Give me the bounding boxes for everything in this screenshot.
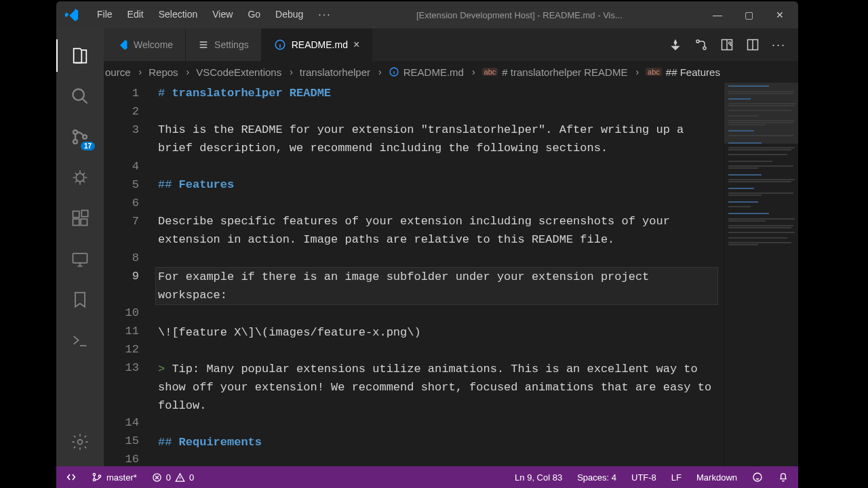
- remote-icon[interactable]: [64, 243, 96, 275]
- code-line[interactable]: Describe specific features of your exten…: [158, 212, 718, 249]
- code-line[interactable]: [158, 451, 718, 466]
- code-line[interactable]: > Tip: Many popular extensions utilize a…: [158, 360, 718, 415]
- code-line[interactable]: \![feature X\]\(images/feature-x.png\): [158, 323, 718, 342]
- code-line[interactable]: ## Features: [158, 176, 718, 194]
- code-line[interactable]: This is the README for your extension "t…: [158, 121, 718, 157]
- chevron-right-icon: ›: [290, 66, 293, 77]
- svg-rect-9: [73, 253, 87, 263]
- code-content[interactable]: # translatorhelper README This is the RE…: [158, 83, 724, 466]
- svg-rect-8: [81, 210, 87, 216]
- svg-point-10: [78, 440, 83, 445]
- minimap[interactable]: [724, 83, 798, 466]
- remote-status-icon[interactable]: [63, 472, 79, 483]
- indentation-status[interactable]: Spaces: 4: [574, 472, 619, 483]
- tab-bar: Welcome Settings README.md ×: [104, 28, 798, 61]
- bookmarks-icon[interactable]: [64, 283, 96, 316]
- minimize-button[interactable]: —: [707, 9, 728, 20]
- svg-point-18: [93, 473, 95, 475]
- tab-readme[interactable]: README.md ×: [262, 28, 373, 61]
- code-line[interactable]: [158, 194, 718, 212]
- status-bar: master* 0 0 Ln 9, Col 83 Spaces: 4 UTF-8…: [56, 466, 798, 488]
- feedback-icon[interactable]: [749, 472, 766, 483]
- code-line[interactable]: [158, 249, 718, 267]
- code-line[interactable]: [158, 102, 718, 121]
- chevron-right-icon: ›: [472, 66, 475, 77]
- eol-status[interactable]: LF: [669, 472, 684, 483]
- chevron-right-icon: ›: [186, 66, 190, 77]
- close-icon[interactable]: ×: [353, 39, 359, 51]
- open-preview-side-icon[interactable]: [720, 38, 734, 52]
- terminal-icon[interactable]: [64, 324, 96, 357]
- git-branch-status[interactable]: master*: [89, 472, 140, 483]
- symbol-string-icon: abc: [482, 68, 498, 76]
- svg-point-15: [728, 42, 730, 44]
- problems-status[interactable]: 0 0: [149, 472, 197, 483]
- menu-debug[interactable]: Debug: [269, 5, 310, 25]
- svg-rect-6: [73, 219, 79, 225]
- menu-bar: File Edit Selection View Go Debug ···: [90, 5, 338, 25]
- cursor-position-status[interactable]: Ln 9, Col 83: [512, 472, 565, 483]
- svg-point-4: [76, 174, 84, 182]
- svg-point-13: [703, 47, 706, 49]
- language-mode-status[interactable]: Markdown: [694, 472, 740, 483]
- close-button[interactable]: ✕: [770, 9, 790, 20]
- menu-file[interactable]: File: [90, 5, 119, 25]
- code-line[interactable]: For example if there is an image subfold…: [155, 267, 718, 305]
- tab-label: Welcome: [134, 39, 173, 50]
- crumb-segment[interactable]: # translatorhelper README: [502, 66, 627, 78]
- svg-point-1: [73, 130, 77, 134]
- settings-gear-icon[interactable]: [64, 426, 96, 458]
- info-file-icon: [389, 66, 399, 77]
- maximize-button[interactable]: ▢: [738, 9, 759, 20]
- open-changes-icon[interactable]: [694, 38, 708, 52]
- more-actions-icon[interactable]: ···: [772, 38, 786, 52]
- menu-more-icon[interactable]: ···: [311, 5, 338, 25]
- chevron-right-icon: ›: [378, 66, 382, 77]
- svg-point-0: [73, 89, 84, 100]
- code-line[interactable]: [158, 342, 718, 360]
- crumb-segment[interactable]: ource: [105, 66, 131, 78]
- vscode-file-icon: [116, 39, 128, 51]
- svg-point-20: [98, 475, 100, 477]
- error-count: 0: [166, 472, 171, 483]
- debug-icon[interactable]: [64, 161, 96, 194]
- activity-bar: 17: [56, 28, 104, 466]
- menu-view[interactable]: View: [205, 5, 239, 25]
- branch-name: master*: [106, 472, 137, 483]
- code-line[interactable]: # translatorhelper README: [158, 84, 718, 102]
- split-editor-icon[interactable]: [746, 38, 760, 52]
- svg-rect-5: [73, 211, 79, 218]
- chevron-right-icon: ›: [139, 66, 142, 77]
- crumb-segment[interactable]: Repos: [149, 66, 178, 78]
- tab-settings[interactable]: Settings: [186, 28, 262, 61]
- format-icon[interactable]: [669, 38, 682, 52]
- code-line[interactable]: [158, 415, 718, 433]
- crumb-segment[interactable]: README.md: [403, 66, 464, 78]
- menu-edit[interactable]: Edit: [121, 5, 151, 25]
- crumb-segment[interactable]: translatorhelper: [300, 66, 370, 78]
- source-control-icon[interactable]: 17: [64, 121, 96, 153]
- warning-count: 0: [189, 472, 194, 483]
- crumb-segment[interactable]: ## Features: [666, 66, 720, 78]
- tab-label: README.md: [292, 39, 348, 50]
- notifications-icon[interactable]: [775, 472, 791, 483]
- settings-list-icon: [198, 39, 209, 50]
- crumb-segment[interactable]: VSCodeExtentions: [196, 66, 281, 78]
- app-window: File Edit Selection View Go Debug ··· [E…: [56, 1, 798, 488]
- code-line[interactable]: [158, 305, 718, 323]
- tab-welcome[interactable]: Welcome: [104, 28, 186, 61]
- breadcrumb[interactable]: ource› Repos› VSCodeExtentions› translat…: [104, 61, 798, 83]
- text-editor[interactable]: 12345678910111213141516 # translatorhelp…: [104, 83, 724, 466]
- extensions-icon[interactable]: [64, 202, 96, 235]
- code-line[interactable]: [158, 157, 718, 176]
- menu-go[interactable]: Go: [241, 5, 267, 25]
- scm-badge: 17: [81, 142, 95, 150]
- line-number-gutter: 12345678910111213141516: [104, 83, 158, 466]
- svg-rect-7: [81, 219, 87, 225]
- menu-selection[interactable]: Selection: [152, 5, 205, 25]
- search-icon[interactable]: [64, 80, 96, 113]
- encoding-status[interactable]: UTF-8: [629, 472, 659, 483]
- explorer-icon[interactable]: [64, 39, 96, 72]
- chevron-right-icon: ›: [635, 66, 639, 77]
- code-line[interactable]: ## Requirements: [158, 433, 718, 451]
